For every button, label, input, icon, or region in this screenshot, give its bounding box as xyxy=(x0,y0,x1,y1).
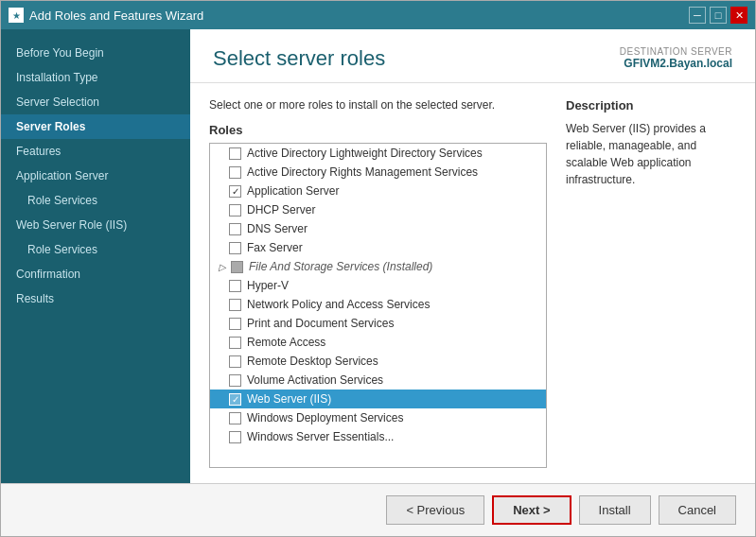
list-item[interactable]: Fax Server xyxy=(210,238,546,257)
sidebar-item-before-you-begin[interactable]: Before You Begin xyxy=(1,41,190,65)
list-item[interactable]: Print and Document Services xyxy=(210,314,546,333)
role-checkbox[interactable]: ✓ xyxy=(229,185,241,198)
sidebar-item-server-selection[interactable]: Server Selection xyxy=(1,90,190,114)
destination-label: DESTINATION SERVER xyxy=(620,46,732,57)
close-button[interactable]: ✕ xyxy=(730,7,747,24)
list-item[interactable]: ✓Application Server xyxy=(210,182,546,200)
role-label: Active Directory Rights Management Servi… xyxy=(247,165,478,179)
page-header: Select server roles DESTINATION SERVER G… xyxy=(190,29,755,83)
page-content: Select server roles DESTINATION SERVER G… xyxy=(190,29,755,483)
list-item[interactable]: Windows Deployment Services xyxy=(210,408,546,427)
sidebar: Before You Begin Installation Type Serve… xyxy=(1,29,190,483)
sidebar-item-confirmation[interactable]: Confirmation xyxy=(1,262,190,286)
roles-section: Select one or more roles to install on t… xyxy=(209,98,547,468)
description-text: Web Server (IIS) provides a reliable, ma… xyxy=(566,120,736,188)
list-item[interactable]: ✓Web Server (IIS) xyxy=(210,390,546,408)
list-item[interactable]: ▷File And Storage Services (Installed) xyxy=(210,257,546,276)
role-label: Fax Server xyxy=(247,241,303,254)
list-item[interactable]: Windows Server Essentials... xyxy=(210,427,546,446)
role-checkbox[interactable]: ✓ xyxy=(229,393,241,406)
sidebar-item-installation-type[interactable]: Installation Type xyxy=(1,65,190,90)
maximize-button[interactable]: □ xyxy=(710,7,727,24)
window-title: Add Roles and Features Wizard xyxy=(29,9,203,23)
description-section: Description Web Server (IIS) provides a … xyxy=(566,98,736,468)
destination-server: GFIVM2.Bayan.local xyxy=(620,57,732,70)
minimize-button[interactable]: ─ xyxy=(689,7,706,24)
sidebar-item-role-services-1[interactable]: Role Services xyxy=(1,188,190,213)
role-label: Volume Activation Services xyxy=(247,373,383,387)
list-item[interactable]: Hyper-V xyxy=(210,276,546,295)
role-checkbox[interactable] xyxy=(229,337,241,349)
role-label: Print and Document Services xyxy=(247,317,394,330)
page-body: Select one or more roles to install on t… xyxy=(190,83,755,483)
list-item[interactable]: Active Directory Rights Management Servi… xyxy=(210,163,546,182)
role-label: Remote Access xyxy=(247,336,325,349)
role-checkbox[interactable] xyxy=(231,261,243,273)
footer: < Previous Next > Install Cancel xyxy=(1,483,755,536)
role-checkbox[interactable] xyxy=(229,374,241,387)
sidebar-item-server-roles[interactable]: Server Roles xyxy=(1,114,190,139)
role-checkbox[interactable] xyxy=(229,147,241,160)
role-label: Network Policy and Access Services xyxy=(247,298,430,311)
role-checkbox[interactable] xyxy=(229,280,241,292)
role-checkbox[interactable] xyxy=(229,431,241,443)
role-label: DHCP Server xyxy=(247,203,315,217)
role-label: Windows Server Essentials... xyxy=(247,430,394,443)
main-area: Before You Begin Installation Type Serve… xyxy=(1,29,755,483)
roles-list-container: Active Directory Lightweight Directory S… xyxy=(209,143,547,468)
roles-label: Roles xyxy=(209,123,547,137)
role-label: Hyper-V xyxy=(247,279,289,292)
role-label: Active Directory Lightweight Directory S… xyxy=(247,147,483,160)
next-button[interactable]: Next > xyxy=(492,495,571,525)
cancel-button[interactable]: Cancel xyxy=(659,495,736,525)
sidebar-item-features[interactable]: Features xyxy=(1,139,190,164)
role-checkbox[interactable] xyxy=(229,318,241,330)
list-item[interactable]: DNS Server xyxy=(210,219,546,238)
sidebar-item-application-server[interactable]: Application Server xyxy=(1,164,190,188)
list-item[interactable]: Remote Desktop Services xyxy=(210,352,546,371)
role-checkbox[interactable] xyxy=(229,355,241,368)
sidebar-item-web-server-role[interactable]: Web Server Role (IIS) xyxy=(1,213,190,237)
role-checkbox[interactable] xyxy=(229,166,241,179)
title-bar: ★ Add Roles and Features Wizard ─ □ ✕ xyxy=(1,1,755,29)
role-checkbox[interactable] xyxy=(229,299,241,311)
role-label: File And Storage Services (Installed) xyxy=(249,260,432,273)
description-label: Description xyxy=(566,98,736,113)
sidebar-item-results[interactable]: Results xyxy=(1,286,190,311)
list-item[interactable]: Network Policy and Access Services xyxy=(210,295,546,314)
role-label: Remote Desktop Services xyxy=(247,355,378,368)
expand-arrow-icon: ▷ xyxy=(216,260,229,273)
list-item[interactable]: Remote Access xyxy=(210,333,546,352)
app-icon: ★ xyxy=(9,8,24,23)
list-item[interactable]: Volume Activation Services xyxy=(210,371,546,390)
role-label: Windows Deployment Services xyxy=(247,411,403,424)
list-item[interactable]: Active Directory Lightweight Directory S… xyxy=(210,144,546,163)
role-checkbox[interactable] xyxy=(229,223,241,235)
install-button[interactable]: Install xyxy=(579,495,651,525)
roles-intro: Select one or more roles to install on t… xyxy=(209,98,547,112)
role-label: Web Server (IIS) xyxy=(247,392,331,406)
title-bar-left: ★ Add Roles and Features Wizard xyxy=(9,8,203,23)
role-label: DNS Server xyxy=(247,222,308,235)
list-item[interactable]: DHCP Server xyxy=(210,200,546,219)
role-checkbox[interactable] xyxy=(229,412,241,424)
page-title: Select server roles xyxy=(213,46,385,71)
role-checkbox[interactable] xyxy=(229,242,241,254)
previous-button[interactable]: < Previous xyxy=(386,495,484,525)
role-label: Application Server xyxy=(247,184,339,198)
main-window: ★ Add Roles and Features Wizard ─ □ ✕ Be… xyxy=(0,0,756,537)
role-checkbox[interactable] xyxy=(229,204,241,217)
roles-list[interactable]: Active Directory Lightweight Directory S… xyxy=(210,144,546,467)
sidebar-item-role-services-2[interactable]: Role Services xyxy=(1,237,190,262)
destination-info: DESTINATION SERVER GFIVM2.Bayan.local xyxy=(620,46,732,70)
title-bar-controls: ─ □ ✕ xyxy=(689,7,747,24)
